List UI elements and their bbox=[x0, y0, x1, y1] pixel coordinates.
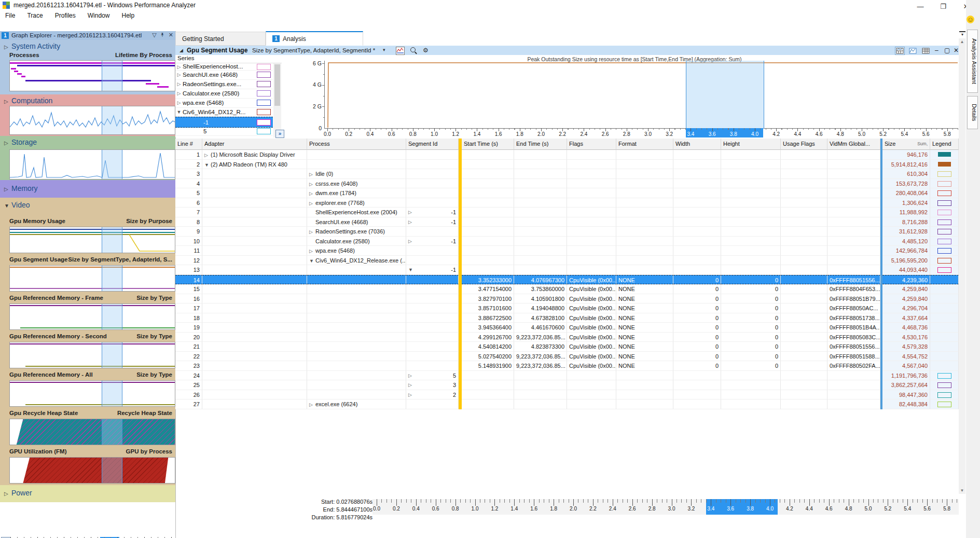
graph-close-icon[interactable]: ✕ bbox=[954, 47, 959, 54]
cell-line-number[interactable]: 20 bbox=[175, 333, 202, 342]
view-chart-table-icon[interactable] bbox=[895, 47, 905, 55]
cell-adapter[interactable] bbox=[202, 198, 307, 208]
cell-vidmm-global[interactable] bbox=[827, 150, 880, 160]
cell-usage-flags[interactable] bbox=[781, 188, 827, 198]
cell-format[interactable] bbox=[616, 188, 673, 198]
cell-line-number[interactable]: 19 bbox=[175, 323, 202, 333]
cell-process[interactable] bbox=[307, 380, 406, 390]
series-color-swatch[interactable] bbox=[257, 128, 271, 134]
cell-usage-flags[interactable] bbox=[781, 361, 827, 371]
cell-height[interactable] bbox=[721, 188, 781, 198]
cell-legend[interactable] bbox=[930, 390, 959, 400]
tab-analysis[interactable]: 1 Analysis bbox=[266, 31, 363, 46]
cell-vidmm-global[interactable] bbox=[827, 265, 880, 275]
cell-flags[interactable] bbox=[567, 160, 616, 170]
cell-legend[interactable] bbox=[930, 399, 959, 409]
cell-size[interactable]: 44,093,440 bbox=[882, 265, 930, 275]
cell-height[interactable]: 0 bbox=[721, 284, 781, 294]
cell-usage-flags[interactable] bbox=[781, 217, 827, 227]
cell-process[interactable] bbox=[307, 294, 406, 304]
cell-start-time[interactable]: 3.477154000 bbox=[462, 284, 514, 294]
cell-vidmm-global[interactable]: 0xFFFF88051556... bbox=[827, 342, 880, 352]
cell-usage-flags[interactable] bbox=[781, 399, 827, 409]
cell-format[interactable] bbox=[616, 256, 673, 266]
cell-format[interactable] bbox=[616, 371, 673, 381]
cell-start-time[interactable]: 3.827970100 bbox=[462, 294, 514, 304]
cell-usage-flags[interactable] bbox=[781, 380, 827, 390]
cell-adapter[interactable] bbox=[202, 323, 307, 333]
cell-size[interactable]: 31,612,928 bbox=[882, 227, 930, 237]
cell-flags[interactable] bbox=[567, 179, 616, 189]
cell-segment-id[interactable] bbox=[406, 179, 459, 189]
cell-size[interactable]: 4,530,176 bbox=[882, 333, 930, 342]
cell-flags[interactable] bbox=[567, 390, 616, 400]
cell-end-time[interactable] bbox=[514, 380, 567, 390]
cell-process[interactable] bbox=[307, 390, 406, 400]
cell-usage-flags[interactable] bbox=[781, 227, 827, 237]
cell-start-time[interactable]: 4.540814200 bbox=[462, 342, 514, 352]
cell-process[interactable]: ▷RadeonSettings.exe (7036) bbox=[307, 227, 406, 237]
cell-size[interactable]: 4,259,840 bbox=[882, 284, 930, 294]
cell-legend[interactable] bbox=[930, 256, 959, 266]
cell-flags[interactable]: CpuVisible (0x00... bbox=[567, 284, 616, 294]
cell-usage-flags[interactable] bbox=[781, 275, 827, 285]
gear-icon[interactable]: ⚙ bbox=[423, 47, 431, 54]
cell-adapter[interactable] bbox=[202, 208, 307, 217]
cell-format[interactable] bbox=[616, 208, 673, 217]
cell-segment-id[interactable]: ▷2 bbox=[406, 390, 459, 400]
cell-line-number[interactable]: 12 bbox=[175, 256, 202, 266]
cell-height[interactable]: 0 bbox=[721, 275, 781, 285]
cell-segment-id[interactable] bbox=[406, 246, 459, 256]
cell-flags[interactable]: CpuVisible (0x00... bbox=[567, 313, 616, 323]
cell-segment-id[interactable]: ▼-1 bbox=[406, 265, 459, 275]
cell-line-number[interactable]: 2 bbox=[175, 160, 202, 170]
column-header-Format[interactable]: Format bbox=[616, 139, 673, 150]
cell-flags[interactable] bbox=[567, 217, 616, 227]
cell-start-time[interactable]: 4.299126700 bbox=[462, 333, 514, 342]
cell-end-time[interactable]: 4.461670600 bbox=[514, 323, 567, 333]
cell-start-time[interactable] bbox=[462, 399, 514, 409]
cell-usage-flags[interactable] bbox=[781, 284, 827, 294]
cell-segment-id[interactable] bbox=[406, 169, 459, 179]
graph-preset-label[interactable]: Size by SegmentType, AdapterId, SegmentI… bbox=[252, 47, 375, 53]
cell-height[interactable] bbox=[721, 179, 781, 189]
cell-legend[interactable] bbox=[930, 150, 959, 160]
cell-size[interactable]: 98,447,360 bbox=[882, 390, 930, 400]
cell-end-time[interactable] bbox=[514, 169, 567, 179]
cell-adapter[interactable] bbox=[202, 275, 307, 285]
cell-legend[interactable] bbox=[930, 361, 959, 371]
series-item[interactable]: -1 bbox=[175, 117, 273, 128]
column-header-Size[interactable]: SizeSum, bbox=[882, 139, 930, 150]
cell-end-time[interactable] bbox=[514, 227, 567, 237]
cell-width[interactable] bbox=[673, 179, 721, 189]
cell-start-time[interactable] bbox=[462, 198, 514, 208]
cell-segment-id[interactable] bbox=[406, 275, 459, 285]
menu-profiles[interactable]: Profiles bbox=[50, 10, 81, 21]
cell-usage-flags[interactable] bbox=[781, 371, 827, 381]
cell-height[interactable]: 0 bbox=[721, 333, 781, 342]
collapse-arrow-icon[interactable]: ▷ bbox=[175, 81, 183, 87]
cell-process[interactable]: ▷excel.exe (6624) bbox=[307, 399, 406, 409]
view-table-only-icon[interactable] bbox=[921, 47, 931, 55]
cell-vidmm-global[interactable]: 0xFFFF880502FA... bbox=[827, 361, 880, 371]
cell-line-number[interactable]: 4 bbox=[175, 179, 202, 189]
cell-usage-flags[interactable] bbox=[781, 237, 827, 246]
cell-legend[interactable] bbox=[930, 380, 959, 390]
cell-end-time[interactable]: 9,223,372,036.85... bbox=[514, 352, 567, 362]
cell-start-time[interactable] bbox=[462, 160, 514, 170]
collapse-arrow-icon[interactable]: ▷ bbox=[175, 91, 183, 96]
chart-plot-area[interactable] bbox=[324, 61, 958, 129]
cell-line-number[interactable]: 25 bbox=[175, 380, 202, 390]
cell-width[interactable] bbox=[673, 160, 721, 170]
cell-adapter[interactable] bbox=[202, 169, 307, 179]
menu-trace[interactable]: Trace bbox=[22, 10, 48, 21]
section-header-computation[interactable]: ▷Computation bbox=[4, 96, 52, 105]
cell-size[interactable]: 4,567,040 bbox=[882, 361, 930, 371]
expand-arrow-icon[interactable]: ▼ bbox=[175, 109, 183, 115]
cell-start-time[interactable] bbox=[462, 169, 514, 179]
cell-line-number[interactable]: 1 bbox=[175, 150, 202, 160]
cell-line-number[interactable]: 11 bbox=[175, 246, 202, 256]
cell-vidmm-global[interactable] bbox=[827, 217, 880, 227]
cell-adapter[interactable] bbox=[202, 304, 307, 313]
video-mini-chart[interactable] bbox=[9, 304, 175, 330]
